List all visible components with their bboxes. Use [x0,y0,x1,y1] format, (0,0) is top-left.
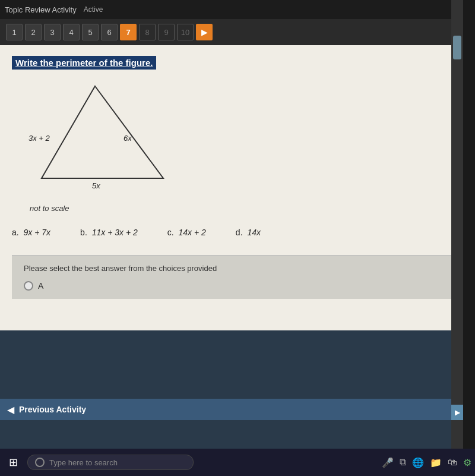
not-to-scale-note: not to scale [30,204,451,213]
answer-choices: a. 9x + 7x b. 11x + 3x + 2 c. 14x + 2 d.… [12,228,451,237]
nav-btn-3[interactable]: 3 [44,24,61,40]
choice-a[interactable]: a. 9x + 7x [12,228,50,237]
scrollbar[interactable] [451,0,463,449]
taskbar-edge-icon[interactable]: 🌐 [412,457,424,468]
taskbar-system-icons: 🎤 ⧉ 🌐 📁 🛍 ⚙ [382,457,471,468]
status-badge: Active [84,5,103,14]
search-circle-icon [35,458,45,467]
nav-btn-6[interactable]: 6 [101,24,118,40]
choice-c[interactable]: c. 14x + 2 [167,228,206,237]
question-label: Write the perimeter of the figure. [12,56,156,70]
taskbar-folder-icon[interactable]: 📁 [430,457,442,468]
answer-radio-a[interactable]: A [24,281,439,291]
nav-btn-8[interactable]: 8 [139,24,156,40]
bottom-section: Please select the best answer from the c… [12,255,451,299]
choice-b[interactable]: b. 11x + 3x + 2 [80,228,138,237]
triangle-figure: 3x + 2 6x 5x [24,80,190,199]
nav-btn-2[interactable]: 2 [25,24,42,40]
previous-activity-bar[interactable]: ◀ Previous Activity [0,399,463,420]
windows-start-icon[interactable]: ⊞ [4,456,23,469]
taskbar-search-box[interactable]: Type here to search [27,455,194,470]
choice-d[interactable]: d. 14x [236,228,261,237]
svg-marker-0 [42,86,163,178]
taskbar-chrome-icon[interactable]: ⚙ [463,457,471,468]
previous-activity-label: Previous Activity [19,405,86,414]
previous-icon: ◀ [7,404,14,415]
nav-btn-7[interactable]: 7 [120,24,137,40]
taskbar-store-icon[interactable]: 🛍 [448,457,457,468]
nav-next-arrow[interactable]: ▶ [196,24,213,40]
page-title: Topic Review Activity [5,5,77,14]
instruction-text: Please select the best answer from the c… [24,264,439,273]
top-bar: Topic Review Activity Active [0,0,463,19]
nav-btn-10[interactable]: 10 [177,24,194,40]
windows-taskbar: ⊞ Type here to search 🎤 ⧉ 🌐 📁 🛍 ⚙ [0,449,475,476]
taskbar-window-icon[interactable]: ⧉ [400,457,406,468]
scroll-thumb[interactable] [453,36,461,59]
nav-btn-1[interactable]: 1 [6,24,23,40]
triangle-bottom-label: 5x [92,181,100,190]
triangle-left-label: 3x + 2 [28,134,50,143]
search-placeholder-text: Type here to search [49,458,118,467]
number-navigation: 1 2 3 4 5 6 7 8 9 10 ▶ [0,19,463,45]
nav-btn-9[interactable]: 9 [158,24,175,40]
scroll-btn-bottom[interactable]: ▶ [451,405,463,420]
triangle-right-label: 6x [124,134,132,143]
nav-btn-4[interactable]: 4 [63,24,80,40]
content-area: Write the perimeter of the figure. 3x + … [0,45,463,330]
taskbar-microphone-icon[interactable]: 🎤 [382,457,394,468]
answer-label-a: A [38,281,43,291]
nav-btn-5[interactable]: 5 [82,24,99,40]
radio-button-a[interactable] [24,281,33,291]
